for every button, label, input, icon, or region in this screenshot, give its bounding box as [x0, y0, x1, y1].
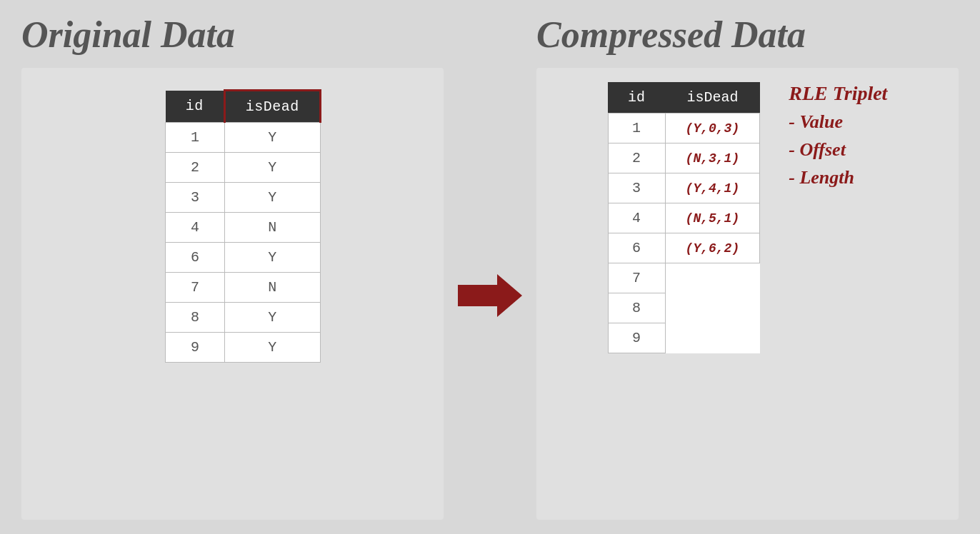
- rle-legend: RLE Triplet - Value - Offset - Length: [781, 82, 887, 198]
- comp-isdead-cell: (Y,4,1): [665, 173, 760, 203]
- rle-legend-offset: - Offset: [789, 136, 887, 163]
- comp-isdead-cell: (Y,6,2): [665, 233, 760, 263]
- comp-id-cell: 1: [608, 114, 665, 143]
- orig-id-header: id: [166, 91, 225, 123]
- comp-id-cell: 3: [608, 173, 665, 203]
- comp-isdead-cell: [665, 323, 760, 353]
- orig-isdead-cell: Y: [224, 303, 320, 333]
- original-data-title: Original Data: [21, 14, 444, 55]
- comp-isdead-cell: (N,5,1): [665, 203, 760, 233]
- comp-id-cell: 9: [608, 323, 665, 353]
- orig-isdead-cell: N: [224, 273, 320, 303]
- rle-legend-length: - Length: [789, 163, 887, 191]
- comp-isdead-cell: (Y,0,3): [665, 114, 760, 143]
- original-table: id isDead 1Y2Y3Y4N6Y7N8Y9Y: [165, 89, 321, 363]
- orig-isdead-cell: Y: [224, 183, 320, 213]
- orig-id-cell: 9: [166, 333, 225, 363]
- comp-isdead-header: isDead: [665, 82, 760, 114]
- comp-isdead-cell: (N,3,1): [665, 143, 760, 173]
- comp-id-cell: 6: [608, 233, 665, 263]
- orig-id-cell: 3: [166, 183, 225, 213]
- rle-legend-title: RLE Triplet: [789, 82, 887, 105]
- svg-marker-0: [458, 274, 522, 317]
- orig-isdead-cell: Y: [224, 153, 320, 183]
- right-arrow-icon: [458, 271, 522, 321]
- orig-isdead-cell: Y: [224, 243, 320, 273]
- orig-isdead-cell: N: [224, 213, 320, 243]
- rle-legend-value: - Value: [789, 108, 887, 136]
- orig-isdead-cell: Y: [224, 123, 320, 153]
- right-panel: Compressed Data id isDead 1(Y,0,3)2(N,3,…: [536, 14, 959, 520]
- comp-id-cell: 2: [608, 143, 665, 173]
- orig-id-cell: 8: [166, 303, 225, 333]
- orig-id-cell: 2: [166, 153, 225, 183]
- main-container: Original Data id isDead 1Y2Y3Y4N6Y7N8Y9Y…: [0, 0, 980, 534]
- comp-isdead-cell: [665, 263, 760, 293]
- comp-id-cell: 7: [608, 263, 665, 293]
- left-panel: Original Data id isDead 1Y2Y3Y4N6Y7N8Y9Y: [21, 14, 444, 520]
- comp-id-cell: 8: [608, 293, 665, 323]
- comp-id-cell: 4: [608, 203, 665, 233]
- orig-isdead-cell: Y: [224, 333, 320, 363]
- arrow-container: [444, 71, 536, 520]
- comp-id-header: id: [608, 82, 665, 114]
- comp-isdead-cell: [665, 293, 760, 323]
- orig-id-cell: 7: [166, 273, 225, 303]
- compressed-table: id isDead 1(Y,0,3)2(N,3,1)3(Y,4,1)4(N,5,…: [608, 82, 761, 353]
- orig-isdead-header: isDead: [224, 91, 320, 123]
- original-table-card: id isDead 1Y2Y3Y4N6Y7N8Y9Y: [21, 68, 444, 520]
- compressed-data-title: Compressed Data: [536, 14, 959, 55]
- orig-id-cell: 1: [166, 123, 225, 153]
- orig-id-cell: 4: [166, 213, 225, 243]
- orig-id-cell: 6: [166, 243, 225, 273]
- compressed-table-card: id isDead 1(Y,0,3)2(N,3,1)3(Y,4,1)4(N,5,…: [536, 68, 959, 520]
